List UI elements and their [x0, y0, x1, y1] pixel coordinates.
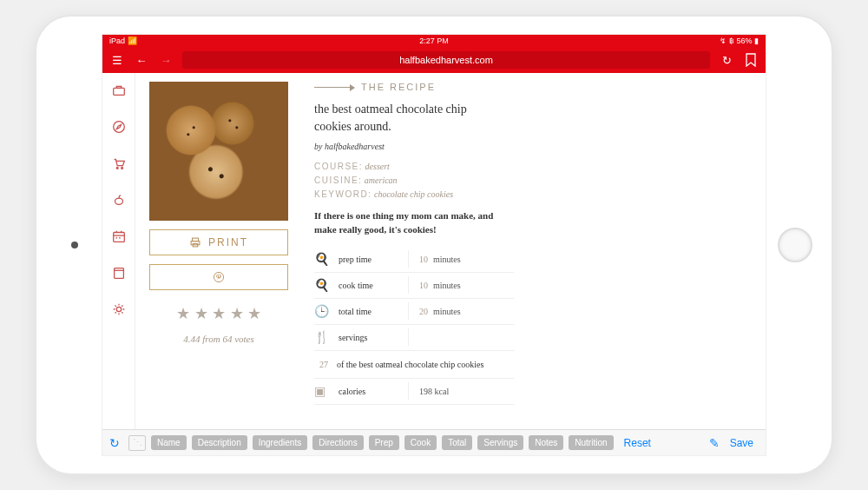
recipe-byline: by halfbakedharvest: [314, 142, 743, 151]
calories-label: calories: [339, 387, 408, 396]
chip-description[interactable]: Description: [192, 435, 247, 450]
cook-value: 10minutes: [419, 281, 461, 290]
meta-keyword: KEYWORD: chocolate chip cookies: [314, 189, 743, 199]
svg-rect-5: [114, 268, 123, 279]
chip-ingredients[interactable]: Ingredients: [253, 435, 307, 450]
servings-row: 🍴 servings: [314, 325, 514, 351]
bottom-toolbar: ↻ ⋱ Name Description Ingredients Directi…: [102, 429, 766, 455]
recipe-photo: [149, 82, 288, 221]
calendar-icon[interactable]: [110, 228, 128, 245]
status-battery: ↯ ฿ 56% ▮: [720, 36, 759, 45]
cook-label: cook time: [339, 281, 408, 290]
status-bar: iPad 📶 2:27 PM ↯ ฿ 56% ▮: [102, 35, 766, 47]
reset-link[interactable]: Reset: [619, 437, 656, 449]
cook-icon: 🍳: [314, 278, 339, 293]
chip-servings[interactable]: Servings: [477, 435, 523, 450]
left-sidebar: [102, 73, 135, 429]
edit-icon[interactable]: ✎: [709, 436, 720, 450]
page-content: PRINT ★ ★ ★ ★ ★ 4.44 from 64 votes THE R…: [102, 73, 766, 429]
svg-point-2: [116, 168, 118, 169]
rating-stars[interactable]: ★ ★ ★ ★ ★: [149, 304, 288, 323]
chip-total[interactable]: Total: [442, 435, 472, 450]
prep-value: 10minutes: [419, 255, 461, 264]
yield-number: 27: [319, 358, 328, 371]
menu-icon[interactable]: ☰: [109, 54, 125, 67]
briefcase-icon[interactable]: [110, 82, 128, 99]
svg-rect-8: [191, 242, 200, 245]
chip-prep[interactable]: Prep: [369, 435, 399, 450]
arrow-icon: [314, 87, 354, 88]
chip-cook[interactable]: Cook: [404, 435, 437, 450]
servings-icon: 🍴: [314, 330, 339, 345]
svg-rect-0: [113, 88, 124, 95]
forward-icon[interactable]: →: [158, 54, 174, 67]
print-button-label: PRINT: [208, 236, 248, 248]
status-carrier: iPad 📶: [109, 36, 137, 45]
chip-name[interactable]: Name: [151, 435, 187, 450]
prep-time-row: 🍳 prep time 10minutes: [314, 247, 514, 273]
recipe-description: If there is one thing my mom can make, a…: [314, 209, 514, 236]
reload-icon[interactable]: ↻: [719, 54, 734, 67]
svg-rect-4: [113, 233, 124, 242]
select-tool-icon[interactable]: ⋱: [128, 435, 146, 451]
fruit-icon[interactable]: [110, 191, 128, 209]
rating-text: 4.44 from 64 votes: [149, 334, 288, 344]
svg-point-3: [121, 168, 122, 169]
cart-icon[interactable]: [110, 155, 128, 172]
calories-value: 198 kcal: [419, 387, 449, 396]
ipad-frame: iPad 📶 2:27 PM ↯ ฿ 56% ▮ ☰ ← → halfbaked…: [35, 15, 833, 475]
yield-row: 27 of the best oatmeal chocolate chip co…: [314, 351, 514, 379]
book-icon[interactable]: [110, 264, 128, 281]
section-heading: THE RECIPE: [314, 82, 743, 92]
svg-point-6: [116, 307, 121, 311]
recipe-title: the best oatmeal chocolate chip cookies …: [314, 101, 505, 135]
print-button[interactable]: PRINT: [149, 229, 288, 255]
recipe-right-column: THE RECIPE the best oatmeal chocolate ch…: [314, 82, 748, 429]
servings-label: servings: [339, 333, 408, 342]
calories-row: ▣ calories 198 kcal: [314, 379, 514, 405]
screen: iPad 📶 2:27 PM ↯ ฿ 56% ▮ ☰ ← → halfbaked…: [102, 34, 766, 456]
status-time: 2:27 PM: [419, 36, 449, 45]
refresh-icon[interactable]: ↻: [109, 436, 120, 450]
chip-directions[interactable]: Directions: [312, 435, 363, 450]
prep-icon: 🍳: [314, 252, 339, 267]
clock-icon: 🕒: [314, 304, 339, 319]
recipe-left-column: PRINT ★ ★ ★ ★ ★ 4.44 from 64 votes: [149, 82, 288, 429]
total-value: 20minutes: [419, 307, 461, 316]
back-icon[interactable]: ←: [134, 54, 149, 67]
ipad-camera: [71, 242, 78, 248]
total-time-row: 🕒 total time 20minutes: [314, 299, 514, 325]
url-bar[interactable]: halfbakedharvest.com: [182, 51, 710, 69]
url-text: halfbakedharvest.com: [399, 55, 493, 65]
prep-label: prep time: [339, 255, 408, 264]
recipe-area: PRINT ★ ★ ★ ★ ★ 4.44 from 64 votes THE R…: [135, 73, 766, 429]
home-button[interactable]: [778, 228, 812, 262]
save-link[interactable]: Save: [725, 437, 759, 449]
total-label: total time: [339, 307, 408, 316]
time-table: 🍳 prep time 10minutes 🍳 cook time 10minu…: [314, 247, 514, 405]
section-heading-label: THE RECIPE: [361, 82, 436, 92]
svg-point-1: [113, 122, 124, 133]
chip-notes[interactable]: Notes: [529, 435, 563, 450]
meta-cuisine: CUISINE: american: [314, 175, 743, 185]
yield-text: of the best oatmeal chocolate chip cooki…: [337, 358, 483, 371]
meta-course: COURSE: dessert: [314, 162, 743, 171]
cook-time-row: 🍳 cook time 10minutes: [314, 273, 514, 299]
calories-icon: ▣: [314, 384, 339, 399]
bookmark-icon[interactable]: [743, 53, 759, 67]
compass-icon[interactable]: [110, 118, 128, 136]
gear-icon[interactable]: [110, 301, 128, 318]
chip-nutrition[interactable]: Nutrition: [569, 435, 613, 450]
browser-toolbar: ☰ ← → halfbakedharvest.com ↻: [102, 47, 766, 73]
svg-point-10: [214, 272, 223, 281]
pinterest-button[interactable]: [149, 264, 288, 290]
